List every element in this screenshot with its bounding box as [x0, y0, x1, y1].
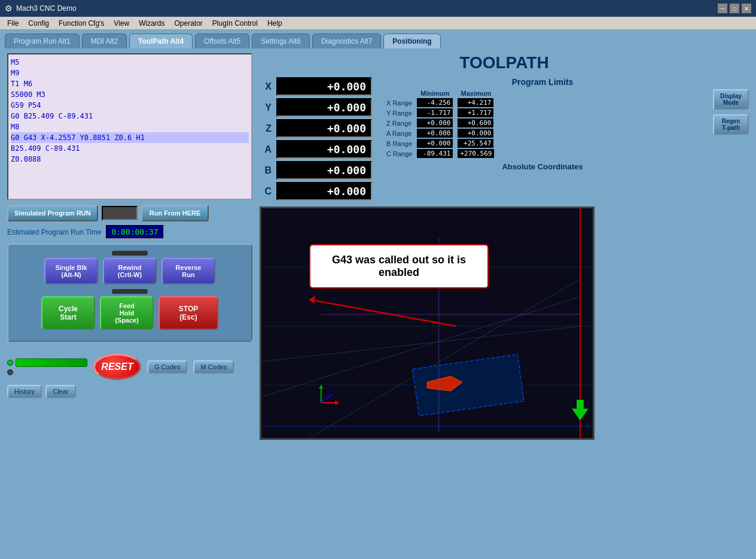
abs-coords: Absolute Coordinates: [384, 162, 701, 171]
gcode-line-7: M8: [11, 121, 249, 132]
axis-y-value: +0.000: [276, 98, 372, 117]
gcode-line-10: Z0.0888: [11, 154, 249, 165]
axis-b-value: +0.000: [276, 161, 372, 180]
axis-y-label: Y: [260, 102, 272, 113]
limits-title: Program Limits: [384, 77, 701, 87]
title-bar-controls: ─ □ ✕: [718, 4, 751, 13]
limits-row-min-5: -89.431: [414, 148, 455, 159]
display-mode-button[interactable]: Display Mode: [713, 89, 749, 110]
limits-row-name-3: A Range: [384, 128, 414, 138]
menu-bar: File Config Function Cfg's View Wizards …: [0, 17, 756, 30]
stop-button[interactable]: STOP (Esc): [158, 296, 218, 330]
left-panel: M5 M9 T1 M6 S5000 M3 G59 P54 G0 B25.409 …: [7, 53, 252, 440]
dot-row-2: [7, 369, 87, 375]
menu-plugin-control[interactable]: PlugIn Control: [208, 18, 263, 29]
menu-help[interactable]: Help: [263, 18, 287, 29]
limits-row-max-5: +270.569: [455, 148, 496, 159]
tooltip-popup: G43 was called out so it is enabled: [309, 244, 489, 288]
g-codes-button[interactable]: G Codes: [147, 360, 187, 373]
limits-row-1: Y Range -1.717 +1.717: [384, 108, 496, 118]
limits-row-max-3: +0.000: [455, 128, 496, 138]
menu-file[interactable]: File: [2, 18, 23, 29]
action-row-2: Cycle Start Feed Hold (Space) STOP (Esc): [14, 296, 245, 330]
axis-x-label: X: [260, 81, 272, 92]
axis-c-value: +0.000: [276, 182, 372, 200]
bottom-area: RESET G Codes M Codes: [7, 354, 252, 380]
history-button[interactable]: History: [7, 385, 42, 398]
maximize-button[interactable]: □: [730, 4, 739, 13]
axis-a-label: A: [260, 144, 272, 155]
window-title: Mach3 CNC Demo: [16, 4, 77, 13]
menu-operator[interactable]: Operator: [170, 18, 208, 29]
single-blk-button[interactable]: Single Blk (Alt-N): [44, 258, 98, 284]
minimize-button[interactable]: ─: [718, 4, 727, 13]
feed-hold-button[interactable]: Feed Hold (Space): [100, 296, 154, 330]
menu-view[interactable]: View: [109, 18, 134, 29]
tab-positioning[interactable]: Positioning: [383, 34, 440, 48]
tooltip-text: G43 was called out so it is enabled: [332, 254, 466, 278]
limits-row-min-4: +0.000: [414, 138, 455, 148]
tab-mdi[interactable]: MDI Alt2: [82, 34, 127, 48]
status-dot-grey: [7, 369, 13, 375]
cycle-start-button[interactable]: Cycle Start: [41, 296, 95, 330]
title-bar: ⚙ Mach3 CNC Demo ─ □ ✕: [0, 0, 756, 17]
gcode-line-8: G0 G43 X-4.2557 Y0.8851 Z0.6 H1: [11, 132, 249, 143]
limits-row-max-0: +4.217: [455, 98, 496, 108]
reverse-run-button[interactable]: Reverse Run: [161, 258, 215, 284]
toolpath-title: TOOLPATH: [260, 53, 749, 72]
gcode-line-5: G59 P54: [11, 100, 249, 111]
run-from-here-button[interactable]: Run From HERE: [141, 205, 209, 221]
regen-tpath-button[interactable]: Regen T-path: [713, 114, 749, 135]
limits-row-3: A Range +0.000 +0.000: [384, 128, 496, 138]
program-limits: Program Limits Minimum Maximum X Range -…: [384, 77, 701, 200]
control-row: Simulated Program RUN Run From HERE: [7, 205, 252, 221]
rewind-button[interactable]: Rewind (Crtl-W): [103, 258, 157, 284]
close-button[interactable]: ✕: [742, 4, 751, 13]
estimated-time-row: Estimated Program Run Time 0:00:00:37: [7, 225, 252, 239]
mid-indicator: [112, 289, 148, 294]
clear-button[interactable]: Clear: [45, 385, 75, 398]
axis-section: X +0.000 Y +0.000 Z +0.000 A +0.000 B: [260, 77, 749, 200]
axis-a-value: +0.000: [276, 140, 372, 159]
limits-row-name-1: Y Range: [384, 108, 414, 118]
limits-empty-header: [384, 89, 414, 98]
status-dot-green: [7, 360, 13, 366]
limits-row-name-4: B Range: [384, 138, 414, 148]
simulated-run-button[interactable]: Simulated Program RUN: [7, 205, 98, 221]
tab-diagnostics[interactable]: Diagnostics Alt7: [312, 34, 381, 48]
menu-function-cfg[interactable]: Function Cfg's: [54, 18, 109, 29]
right-panel: TOOLPATH X +0.000 Y +0.000 Z +0.000 A: [260, 53, 749, 440]
limits-table: Minimum Maximum X Range -4.256 +4.217 Y …: [384, 89, 496, 159]
svg-rect-19: [577, 400, 584, 409]
gcode-line-4: S5000 M3: [11, 89, 249, 100]
gcode-line-1: M5: [11, 57, 249, 68]
green-bar: [16, 359, 87, 367]
m-codes-button[interactable]: M Codes: [193, 360, 234, 373]
tab-bar: Program Run Alt1 MDI Alt2 ToolPath Alt4 …: [0, 30, 756, 48]
tab-offsets[interactable]: Offsets Alt5: [195, 34, 249, 48]
main-content: M5 M9 T1 M6 S5000 M3 G59 P54 G0 B25.409 …: [0, 48, 756, 445]
menu-config[interactable]: Config: [23, 18, 54, 29]
axis-z-label: Z: [260, 123, 272, 134]
axis-c-label: C: [260, 186, 272, 197]
menu-wizards[interactable]: Wizards: [134, 18, 169, 29]
limits-row-name-0: X Range: [384, 98, 414, 108]
gcode-line-6: G0 B25.409 C-89.431: [11, 111, 249, 121]
limits-row-min-1: -1.717: [414, 108, 455, 118]
limits-row-max-1: +1.717: [455, 108, 496, 118]
limits-row-name-5: C Range: [384, 148, 414, 159]
limits-row-max-4: +25.547: [455, 138, 496, 148]
tab-program-run[interactable]: Program Run Alt1: [5, 34, 80, 48]
limits-row-name-2: Z Range: [384, 118, 414, 128]
gcode-list[interactable]: M5 M9 T1 M6 S5000 M3 G59 P54 G0 B25.409 …: [7, 53, 252, 200]
action-panel: Single Blk (Alt-N) Rewind (Crtl-W) Rever…: [7, 244, 252, 342]
progress-bar: [102, 206, 138, 220]
estimated-time-value: 0:00:00:37: [106, 225, 163, 239]
tab-settings[interactable]: Settings Alt6: [252, 34, 310, 48]
indicator-row-1: [14, 251, 245, 256]
limits-max-header: Maximum: [455, 89, 496, 98]
axis-x-row: X +0.000: [260, 77, 372, 96]
tab-toolpath[interactable]: ToolPath Alt4: [129, 34, 193, 48]
reset-button[interactable]: RESET: [93, 354, 141, 380]
side-buttons: Display Mode Regen T-path: [713, 89, 749, 200]
